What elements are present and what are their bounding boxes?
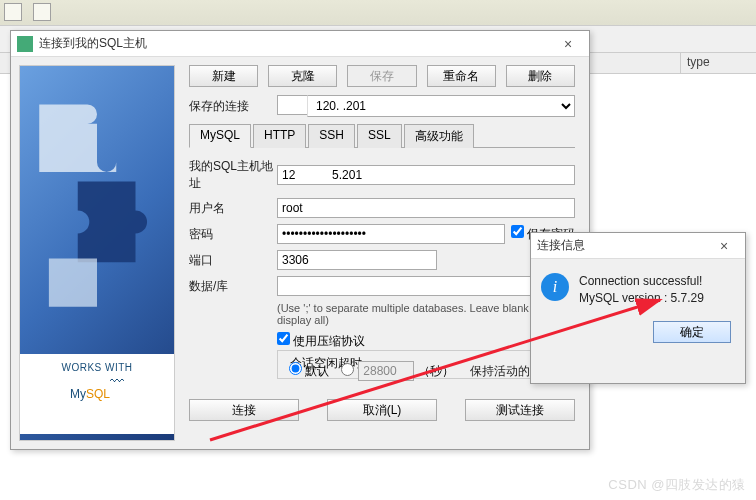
color-swatch[interactable] — [277, 95, 307, 115]
connection-dialog: 连接到我的SQL主机 × WORKS WITH MySQL〰 新建 克隆 — [10, 30, 590, 450]
info-icon: i — [541, 273, 569, 301]
ok-button[interactable]: 确定 — [653, 321, 731, 343]
test-connection-button[interactable]: 测试连接 — [465, 399, 575, 421]
info-dialog: 连接信息 × i Connection successful! MySQL ve… — [530, 232, 746, 384]
idle-default-radio[interactable]: 默认 — [289, 362, 329, 380]
info-title: 连接信息 — [537, 237, 709, 254]
tab-bar: MySQL HTTP SSH SSL 高级功能 — [189, 123, 575, 148]
user-label: 用户名 — [189, 200, 277, 217]
password-input[interactable] — [277, 224, 505, 244]
logo-works-with: WORKS WITH — [20, 362, 174, 373]
column-header-type[interactable]: type — [680, 52, 756, 74]
puzzle-graphic — [20, 66, 174, 355]
database-label: 数据/库 — [189, 278, 277, 295]
logo-sql: SQL — [86, 387, 110, 401]
tab-ssh[interactable]: SSH — [308, 124, 355, 148]
close-icon[interactable]: × — [709, 238, 739, 254]
saved-connection-label: 保存的连接 — [189, 98, 277, 115]
port-label: 端口 — [189, 252, 277, 269]
idle-custom-radio[interactable] — [341, 363, 354, 379]
delete-button[interactable]: 删除 — [506, 65, 575, 87]
tab-ssl[interactable]: SSL — [357, 124, 402, 148]
rename-button[interactable]: 重命名 — [427, 65, 496, 87]
side-image: WORKS WITH MySQL〰 — [19, 65, 175, 441]
compress-checkbox[interactable]: 使用压缩协议 — [277, 334, 365, 348]
idle-unit: （秒） — [418, 363, 454, 380]
watermark: CSDN @四肢发达的猿 — [608, 476, 746, 494]
new-button[interactable]: 新建 — [189, 65, 258, 87]
info-line1: Connection successful! — [579, 273, 704, 290]
info-line2: MySQL version : 5.7.29 — [579, 290, 704, 307]
idle-seconds-input[interactable] — [358, 361, 414, 381]
host-label: 我的SQL主机地址 — [189, 158, 277, 192]
form-area: 新建 克隆 保存 重命名 删除 保存的连接 120. .201 MySQL HT… — [183, 57, 589, 449]
tab-advanced[interactable]: 高级功能 — [404, 124, 474, 148]
user-input[interactable] — [277, 198, 575, 218]
host-input[interactable] — [277, 165, 575, 185]
save-button[interactable]: 保存 — [347, 65, 416, 87]
action-button-row: 新建 克隆 保存 重命名 删除 — [189, 65, 575, 87]
close-icon[interactable]: × — [553, 36, 583, 52]
tab-mysql[interactable]: MySQL — [189, 124, 251, 148]
tab-http[interactable]: HTTP — [253, 124, 306, 148]
bottom-button-row: 连接 取消(L) 测试连接 — [189, 391, 575, 421]
toolbar-icon[interactable] — [33, 3, 51, 21]
logo-my: My — [70, 387, 86, 401]
app-icon — [17, 36, 33, 52]
dolphin-icon: 〰 — [110, 373, 124, 389]
background-toolbar — [0, 0, 756, 26]
saved-connection-select[interactable]: 120. .201 — [307, 95, 575, 117]
info-titlebar[interactable]: 连接信息 × — [531, 233, 745, 259]
connect-button[interactable]: 连接 — [189, 399, 299, 421]
password-label: 密码 — [189, 226, 277, 243]
clone-button[interactable]: 克隆 — [268, 65, 337, 87]
toolbar-icon[interactable] — [4, 3, 22, 21]
dialog-title: 连接到我的SQL主机 — [39, 35, 553, 52]
titlebar[interactable]: 连接到我的SQL主机 × — [11, 31, 589, 57]
cancel-button[interactable]: 取消(L) — [327, 399, 437, 421]
port-input[interactable] — [277, 250, 437, 270]
mysql-logo: WORKS WITH MySQL〰 — [20, 354, 174, 434]
